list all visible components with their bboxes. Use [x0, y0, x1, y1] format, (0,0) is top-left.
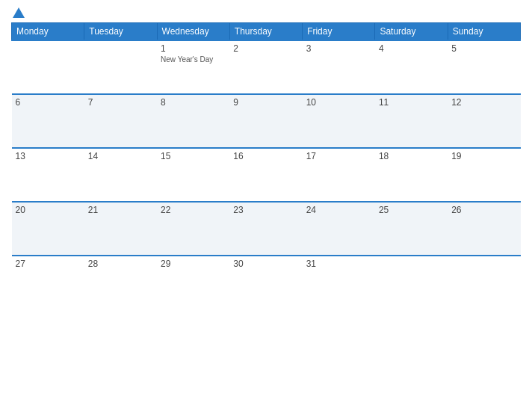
day-number: 14 [88, 151, 153, 161]
calendar-day-cell: 2 [229, 40, 302, 94]
calendar-day-cell: 16 [229, 148, 302, 202]
day-number: 22 [161, 205, 226, 215]
logo-row1 [11, 7, 25, 18]
calendar-week-row: 1New Year's Day2345 [12, 40, 521, 94]
calendar-day-cell: 11 [375, 94, 448, 148]
day-number: 18 [379, 151, 444, 161]
day-number: 12 [451, 97, 516, 108]
calendar-day-cell: 12 [448, 94, 520, 148]
calendar-week-row: 20212223242526 [12, 202, 521, 256]
calendar-day-cell: 24 [303, 202, 375, 256]
day-number: 16 [233, 151, 298, 161]
day-number: 4 [379, 43, 444, 54]
day-number: 17 [306, 151, 371, 161]
calendar-day-cell: 23 [229, 202, 302, 256]
calendar-day-cell [375, 256, 448, 309]
day-number: 25 [379, 205, 444, 215]
weekday-header: Wednesday [157, 23, 229, 41]
calendar-day-cell: 17 [303, 148, 375, 202]
calendar-day-cell: 21 [84, 202, 157, 256]
calendar-day-cell [84, 40, 157, 94]
day-number: 19 [451, 151, 516, 161]
day-number: 7 [88, 97, 153, 108]
calendar-day-cell: 22 [157, 202, 229, 256]
calendar-day-cell: 13 [12, 148, 84, 202]
calendar-header [11, 7, 521, 18]
weekday-header: Monday [12, 23, 84, 41]
calendar-day-cell: 1New Year's Day [157, 40, 229, 94]
day-number: 2 [233, 43, 298, 54]
day-number: 30 [233, 259, 298, 269]
weekday-header: Saturday [375, 23, 448, 41]
day-number: 15 [161, 151, 226, 161]
day-number: 24 [306, 205, 371, 215]
day-number: 21 [88, 205, 153, 215]
logo [11, 7, 25, 18]
calendar-day-cell: 6 [12, 94, 84, 148]
day-number: 5 [451, 43, 516, 54]
day-number: 8 [161, 97, 226, 108]
day-number: 1 [161, 43, 226, 54]
calendar-day-cell: 28 [84, 256, 157, 309]
calendar-week-row: 2728293031 [12, 256, 521, 309]
day-number: 27 [16, 259, 81, 269]
day-number: 28 [88, 259, 153, 269]
calendar-day-cell [12, 40, 84, 94]
calendar-day-cell: 30 [229, 256, 302, 309]
day-number: 31 [306, 259, 371, 269]
calendar-day-cell: 3 [303, 40, 375, 94]
calendar-page: MondayTuesdayWednesdayThursdayFridaySatu… [0, 0, 532, 411]
weekday-header: Thursday [229, 23, 302, 41]
day-number: 3 [306, 43, 371, 54]
calendar-day-cell: 20 [12, 202, 84, 256]
calendar-day-cell: 4 [375, 40, 448, 94]
day-number: 9 [233, 97, 298, 108]
calendar-day-cell: 18 [375, 148, 448, 202]
day-event: New Year's Day [161, 55, 226, 64]
calendar-day-cell: 15 [157, 148, 229, 202]
calendar-day-cell: 26 [448, 202, 520, 256]
day-number: 13 [16, 151, 81, 161]
calendar-week-row: 13141516171819 [12, 148, 521, 202]
day-number: 11 [379, 97, 444, 108]
calendar-day-cell: 7 [84, 94, 157, 148]
calendar-day-cell: 5 [448, 40, 520, 94]
calendar-day-cell: 25 [375, 202, 448, 256]
calendar-day-cell: 10 [303, 94, 375, 148]
weekday-header: Friday [303, 23, 375, 41]
calendar-header-row: MondayTuesdayWednesdayThursdayFridaySatu… [12, 23, 521, 41]
day-number: 26 [451, 205, 516, 215]
day-number: 10 [306, 97, 371, 108]
calendar-day-cell: 27 [12, 256, 84, 309]
day-number: 23 [233, 205, 298, 215]
calendar-day-cell: 14 [84, 148, 157, 202]
day-number: 20 [16, 205, 81, 215]
calendar-day-cell: 29 [157, 256, 229, 309]
calendar-day-cell [448, 256, 520, 309]
calendar-day-cell: 8 [157, 94, 229, 148]
calendar-day-cell: 19 [448, 148, 520, 202]
logo-block [11, 7, 25, 18]
calendar-day-cell: 31 [303, 256, 375, 309]
logo-triangle-icon [13, 7, 25, 18]
weekday-header: Tuesday [84, 23, 157, 41]
calendar-table: MondayTuesdayWednesdayThursdayFridaySatu… [11, 22, 521, 309]
weekday-header: Sunday [448, 23, 520, 41]
calendar-day-cell: 9 [229, 94, 302, 148]
calendar-week-row: 6789101112 [12, 94, 521, 148]
day-number: 29 [161, 259, 226, 269]
day-number: 6 [16, 97, 81, 108]
